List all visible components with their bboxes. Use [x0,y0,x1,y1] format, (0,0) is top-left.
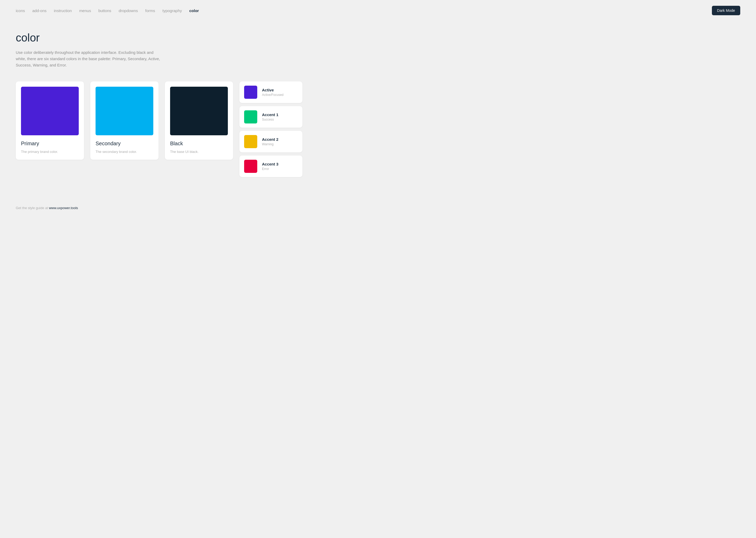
color-card-title: Secondary [96,140,153,146]
color-card-title: Black [170,140,228,146]
main-content: color Use color deliberately throughout … [0,21,756,198]
accent-name: Accent 1 [262,112,278,117]
nav-link-typography[interactable]: typography [163,8,182,13]
accent-swatch [244,110,257,124]
navbar: iconsadd-onsinstructionmenusbuttonsdropd… [0,0,756,21]
accent-sub: Warning [262,142,278,146]
accent-name: Accent 2 [262,137,278,141]
accent-swatch [244,86,257,99]
accent-info: Accent 3 Error [262,162,278,171]
nav-link-instruction[interactable]: instruction [54,8,72,13]
color-card-title: Primary [21,140,79,146]
nav-links: iconsadd-onsinstructionmenusbuttonsdropd… [16,8,199,13]
color-card-desc: The primary brand color. [21,149,79,154]
nav-link-add-ons[interactable]: add-ons [32,8,46,13]
color-card-black: Black The base UI black. [165,81,233,160]
accent-info: Active Active/Focused [262,88,283,97]
color-card-primary: Primary The primary brand color. [16,81,84,160]
nav-link-menus[interactable]: menus [79,8,91,13]
accent-card-active: Active Active/Focused [239,81,303,103]
accent-info: Accent 1 Success [262,112,278,121]
nav-link-color[interactable]: color [189,8,199,13]
footer: Get the style guide at www.uxpower.tools [0,198,756,218]
accent-card-accent-2: Accent 2 Warning [239,131,303,152]
color-card-desc: The base UI black. [170,149,228,154]
page-title: color [16,31,740,44]
footer-link[interactable]: www.uxpower.tools [49,206,78,210]
color-grid: Primary The primary brand color. Seconda… [16,81,740,177]
color-card-desc: The secondary brand color. [96,149,153,154]
nav-link-buttons[interactable]: buttons [98,8,111,13]
color-swatch [96,87,153,135]
dark-mode-button[interactable]: Dark Mode [712,6,740,15]
accent-name: Accent 3 [262,162,278,166]
nav-link-dropdowns[interactable]: dropdowns [118,8,138,13]
color-swatch [21,87,79,135]
accent-info: Accent 2 Warning [262,137,278,146]
accent-swatch [244,160,257,173]
color-card-secondary: Secondary The secondary brand color. [90,81,159,160]
footer-text: Get the style guide at [16,206,49,210]
color-swatch [170,87,228,135]
accent-sub: Active/Focused [262,93,283,97]
accent-card-accent-3: Accent 3 Error [239,155,303,177]
nav-link-forms[interactable]: forms [145,8,155,13]
accent-swatch [244,135,257,148]
nav-link-icons[interactable]: icons [16,8,25,13]
accent-sub: Error [262,167,278,171]
accent-card-accent-1: Accent 1 Success [239,106,303,128]
page-description: Use color deliberately throughout the ap… [16,49,163,68]
accent-column: Active Active/Focused Accent 1 Success A… [239,81,303,177]
accent-sub: Success [262,118,278,121]
accent-name: Active [262,88,283,92]
